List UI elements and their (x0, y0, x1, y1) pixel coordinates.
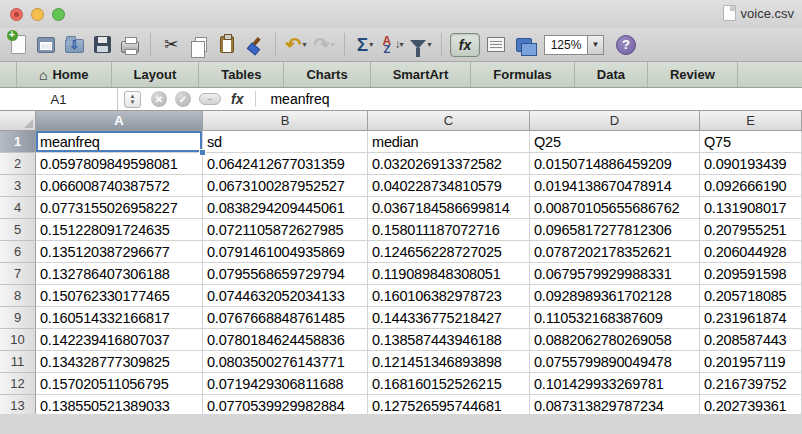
cell-C8[interactable]: 0.160106382978723 (368, 285, 530, 307)
new-workbook-button[interactable] (6, 32, 30, 58)
cell-B1[interactable]: sd (203, 131, 368, 153)
cell-A11[interactable]: 0.134328777309825 (36, 351, 203, 373)
cell-B13[interactable]: 0.0770539929982884 (203, 395, 368, 414)
cell-C11[interactable]: 0.121451346893898 (368, 351, 530, 373)
cell-A2[interactable]: 0.0597809849598081 (36, 153, 203, 175)
cell-A5[interactable]: 0.151228091724635 (36, 219, 203, 241)
cell-B9[interactable]: 0.0767668848761485 (203, 307, 368, 329)
open-button[interactable] (62, 32, 86, 58)
cell-E7[interactable]: 0.209591598 (700, 263, 802, 285)
row-header-9[interactable]: 9 (0, 307, 36, 329)
select-all-corner[interactable] (0, 111, 36, 131)
row-header-13[interactable]: 13 (0, 395, 36, 414)
paste-button[interactable] (215, 32, 239, 58)
gallery-button[interactable] (34, 32, 58, 58)
cell-E12[interactable]: 0.216739752 (700, 373, 802, 395)
redo-button[interactable]: ↷▾ (312, 32, 336, 58)
row-header-1[interactable]: 1 (0, 131, 36, 153)
cell-B5[interactable]: 0.0721105872627985 (203, 219, 368, 241)
cell-D13[interactable]: 0.087313829787234 (530, 395, 700, 414)
row-header-7[interactable]: 7 (0, 263, 36, 285)
row-header-5[interactable]: 5 (0, 219, 36, 241)
cell-C9[interactable]: 0.144336775218427 (368, 307, 530, 329)
cell-A3[interactable]: 0.066008740387572 (36, 175, 203, 197)
cell-D7[interactable]: 0.0679579929988331 (530, 263, 700, 285)
row-header-11[interactable]: 11 (0, 351, 36, 373)
cell-D9[interactable]: 0.110532168387609 (530, 307, 700, 329)
row-header-2[interactable]: 2 (0, 153, 36, 175)
cell-C3[interactable]: 0.040228734810579 (368, 175, 530, 197)
cell-D8[interactable]: 0.0928989361702128 (530, 285, 700, 307)
minimize-formula-bar-button[interactable]: − (199, 93, 221, 105)
cell-C4[interactable]: 0.0367184586699814 (368, 197, 530, 219)
save-button[interactable] (90, 32, 114, 58)
tab-smartart[interactable]: SmartArt (371, 62, 472, 87)
cell-A6[interactable]: 0.135120387296677 (36, 241, 203, 263)
cell-B7[interactable]: 0.0795568659729794 (203, 263, 368, 285)
zoom-value-field[interactable]: 125% (544, 35, 588, 55)
cell-B11[interactable]: 0.0803500276143771 (203, 351, 368, 373)
cell-A13[interactable]: 0.138550521389033 (36, 395, 203, 414)
tab-charts[interactable]: Charts (284, 62, 370, 87)
cell-E4[interactable]: 0.131908017 (700, 197, 802, 219)
cell-E6[interactable]: 0.206044928 (700, 241, 802, 263)
zoom-window-button[interactable] (52, 8, 65, 21)
row-header-6[interactable]: 6 (0, 241, 36, 263)
cell-E3[interactable]: 0.092666190 (700, 175, 802, 197)
cell-C12[interactable]: 0.168160152526215 (368, 373, 530, 395)
formula-builder-button[interactable]: fx (450, 33, 480, 57)
cell-A10[interactable]: 0.142239416807037 (36, 329, 203, 351)
cell-D1[interactable]: Q25 (530, 131, 700, 153)
formula-input[interactable]: meanfreq (262, 91, 329, 107)
column-header-A[interactable]: A (36, 111, 203, 131)
tab-formulas[interactable]: Formulas (471, 62, 575, 87)
zoom-dropdown-button[interactable]: ▼ (588, 35, 604, 55)
cell-B10[interactable]: 0.0780184624458836 (203, 329, 368, 351)
cut-button[interactable]: ✂ (159, 32, 183, 58)
cell-C13[interactable]: 0.127526595744681 (368, 395, 530, 414)
help-button[interactable]: ? (616, 35, 636, 55)
row-header-10[interactable]: 10 (0, 329, 36, 351)
tab-review[interactable]: Review (648, 62, 738, 87)
cell-B6[interactable]: 0.0791461004935869 (203, 241, 368, 263)
sort-button[interactable]: AZ↓ ▾ (381, 32, 405, 58)
cell-B4[interactable]: 0.0838294209445061 (203, 197, 368, 219)
filter-button[interactable]: ▾ (409, 32, 433, 58)
cell-D4[interactable]: 0.00870105655686762 (530, 197, 700, 219)
autosum-button[interactable]: Σ▾ (353, 32, 377, 58)
confirm-entry-button[interactable]: ✓ (175, 91, 191, 107)
tab-home[interactable]: ⌂Home (16, 62, 112, 87)
cell-A1[interactable]: meanfreq (36, 131, 203, 153)
cell-E5[interactable]: 0.207955251 (700, 219, 802, 241)
cell-A7[interactable]: 0.132786407306188 (36, 263, 203, 285)
cell-reference-box[interactable]: A1 (0, 88, 118, 110)
cell-D5[interactable]: 0.0965817277812306 (530, 219, 700, 241)
cell-C10[interactable]: 0.138587443946188 (368, 329, 530, 351)
name-box-stepper[interactable]: ▲▼ (124, 91, 141, 108)
cell-E1[interactable]: Q75 (700, 131, 802, 153)
cancel-entry-button[interactable]: ✕ (151, 91, 167, 107)
cell-B8[interactable]: 0.0744632052034133 (203, 285, 368, 307)
cell-E9[interactable]: 0.231961874 (700, 307, 802, 329)
cell-A9[interactable]: 0.160514332166817 (36, 307, 203, 329)
tab-layout[interactable]: Layout (112, 62, 200, 87)
cell-E11[interactable]: 0.201957119 (700, 351, 802, 373)
cell-E10[interactable]: 0.208587443 (700, 329, 802, 351)
cell-D12[interactable]: 0.101429933269781 (530, 373, 700, 395)
cell-D2[interactable]: 0.0150714886459209 (530, 153, 700, 175)
fill-handle[interactable] (199, 149, 206, 156)
formula-list-button[interactable] (484, 32, 508, 58)
row-header-3[interactable]: 3 (0, 175, 36, 197)
row-header-4[interactable]: 4 (0, 197, 36, 219)
row-header-12[interactable]: 12 (0, 373, 36, 395)
cell-B12[interactable]: 0.0719429306811688 (203, 373, 368, 395)
cell-C1[interactable]: median (368, 131, 530, 153)
minimize-window-button[interactable] (31, 8, 44, 21)
cell-E8[interactable]: 0.205718085 (700, 285, 802, 307)
close-window-button[interactable] (10, 8, 23, 21)
cell-A4[interactable]: 0.0773155026958227 (36, 197, 203, 219)
cell-C7[interactable]: 0.119089848308051 (368, 263, 530, 285)
cell-D6[interactable]: 0.0787202178352621 (530, 241, 700, 263)
tab-data[interactable]: Data (575, 62, 648, 87)
cell-A12[interactable]: 0.157020511056795 (36, 373, 203, 395)
